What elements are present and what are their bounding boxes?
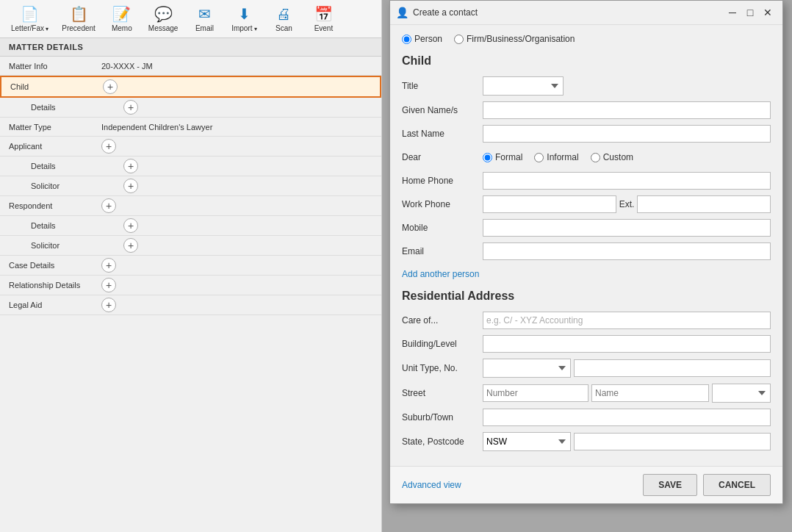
dialog-overlay: 👤 Create a contact ─ □ ✕ Person Firm/Bus… xyxy=(382,0,792,532)
given-names-input[interactable] xyxy=(483,101,771,119)
mobile-input[interactable] xyxy=(483,219,771,237)
state-label: State, Postcode xyxy=(402,436,483,447)
left-panel: 📄 Letter/Fax 📋 Precedent 📝 Memo 💬 Messag… xyxy=(0,0,382,532)
matter-add-btn-7[interactable]: + xyxy=(101,198,116,213)
suburb-input[interactable] xyxy=(483,409,771,426)
toolbar-item-message[interactable]: 💬 Message xyxy=(143,1,184,36)
suburb-label: Suburb/Town xyxy=(402,412,483,423)
custom-radio[interactable] xyxy=(591,153,600,162)
toolbar-item-scan[interactable]: 🖨 Scan xyxy=(265,2,302,36)
close-button[interactable]: ✕ xyxy=(759,5,777,20)
matter-label-0: Matter Info xyxy=(0,59,96,73)
save-button[interactable]: SAVE xyxy=(643,474,697,496)
matter-label-11: Relationship Details xyxy=(0,278,96,292)
email-icon: ✉ xyxy=(198,5,211,23)
toolbar-item-event[interactable]: 📅 Event xyxy=(305,1,342,36)
phone-ext-row: Ext. xyxy=(483,195,771,213)
matter-add-btn-11[interactable]: + xyxy=(101,278,116,292)
home-phone-row: Home Phone xyxy=(402,172,771,190)
state-inputs: NSW VIC QLD WA SA TAS ACT NT xyxy=(483,432,771,451)
toolbar-item-email[interactable]: ✉ Email xyxy=(186,1,223,36)
advanced-view-link[interactable]: Advanced view xyxy=(402,480,461,490)
building-label: Building/Level xyxy=(402,339,483,349)
precedent-icon: 📋 xyxy=(70,5,88,23)
last-name-input[interactable] xyxy=(483,125,771,143)
matter-add-btn-9[interactable]: + xyxy=(123,238,138,253)
message-label: Message xyxy=(148,24,179,32)
work-phone-input[interactable] xyxy=(483,195,616,213)
custom-label: Custom xyxy=(603,152,633,162)
matter-add-btn-6[interactable]: + xyxy=(123,179,138,193)
care-of-input[interactable] xyxy=(483,312,771,329)
informal-radio[interactable] xyxy=(534,153,544,162)
street-suffix-select[interactable]: St Ave Rd Dr Blvd Ct Pl xyxy=(712,384,771,403)
matter-row: Matter Info 20-XXXX - JM xyxy=(0,57,381,76)
ext-input[interactable] xyxy=(637,195,771,213)
matter-value-0: 20-XXXX - JM xyxy=(96,59,381,73)
matter-row: Details + xyxy=(0,98,381,118)
custom-radio-label[interactable]: Custom xyxy=(591,152,633,162)
matter-label-6: Solicitor xyxy=(22,179,118,193)
home-phone-input[interactable] xyxy=(483,172,771,190)
street-name-input[interactable] xyxy=(591,384,709,402)
toolbar-item-precedent[interactable]: 📋 Precedent xyxy=(57,1,101,36)
email-label: Email xyxy=(195,24,214,32)
matter-label-4: Applicant xyxy=(0,139,96,154)
toolbar-item-letter-fax[interactable]: 📄 Letter/Fax xyxy=(6,1,54,36)
matter-label-8: Details xyxy=(22,218,118,233)
import-label: Import xyxy=(231,24,257,32)
matter-label-2: Details xyxy=(22,100,118,115)
toolbar-item-memo[interactable]: 📝 Memo xyxy=(104,1,140,36)
informal-radio-label[interactable]: Informal xyxy=(534,152,578,162)
dialog-title: Create a contact xyxy=(413,7,724,18)
matter-row: Relationship Details + xyxy=(0,276,381,295)
matter-row: Solicitor + xyxy=(0,176,381,196)
person-radio-label[interactable]: Person xyxy=(402,34,442,44)
firm-label: Firm/Business/Organisation xyxy=(467,34,575,44)
add-person-link[interactable]: Add another person xyxy=(402,269,479,279)
matter-value-3: Independent Children's Lawyer xyxy=(96,120,381,134)
firm-radio[interactable] xyxy=(454,35,464,44)
person-label: Person xyxy=(414,34,442,44)
toolbar-item-import[interactable]: ⬇ Import xyxy=(226,1,262,36)
email-input[interactable] xyxy=(483,242,771,260)
matter-header: MATTER DETAILS xyxy=(0,38,381,57)
building-input[interactable] xyxy=(483,335,771,353)
unit-type-select[interactable]: Unit Apt Suite Level Shop xyxy=(483,359,571,378)
matter-add-btn-1[interactable]: + xyxy=(103,79,118,94)
matter-add-btn-8[interactable]: + xyxy=(123,218,138,233)
email-label: Email xyxy=(402,246,483,256)
person-radio[interactable] xyxy=(402,35,411,44)
unit-type-row: Unit Type, No. Unit Apt Suite Level Shop xyxy=(402,359,771,378)
unit-number-input[interactable] xyxy=(574,359,771,377)
minimize-button[interactable]: ─ xyxy=(724,5,741,20)
firm-radio-label[interactable]: Firm/Business/Organisation xyxy=(454,34,575,44)
matter-add-btn-4[interactable]: + xyxy=(101,139,116,154)
matter-label-7: Respondent xyxy=(0,198,96,213)
matter-add-btn-10[interactable]: + xyxy=(101,258,116,273)
dear-row: Dear Formal Informal Custom xyxy=(402,148,771,166)
create-contact-dialog: 👤 Create a contact ─ □ ✕ Person Firm/Bus… xyxy=(389,0,783,504)
formal-radio[interactable] xyxy=(483,153,492,162)
message-icon: 💬 xyxy=(154,5,173,23)
maximize-button[interactable]: □ xyxy=(741,5,759,20)
street-row: Street St Ave Rd Dr Blvd Ct Pl xyxy=(402,384,771,403)
state-row: State, Postcode NSW VIC QLD WA SA TAS AC… xyxy=(402,432,771,451)
street-number-input[interactable] xyxy=(483,384,588,402)
work-phone-label: Work Phone xyxy=(402,199,483,209)
formal-label: Formal xyxy=(495,152,522,162)
unit-type-label: Unit Type, No. xyxy=(402,363,483,373)
dialog-titlebar: 👤 Create a contact ─ □ ✕ xyxy=(390,1,782,25)
title-select[interactable]: Mr Mrs Ms Miss Dr Prof xyxy=(483,76,564,96)
matter-label-12: Legal Aid xyxy=(0,298,96,312)
cancel-button[interactable]: CANCEL xyxy=(703,474,771,496)
home-phone-label: Home Phone xyxy=(402,176,483,186)
matter-add-btn-5[interactable]: + xyxy=(123,159,138,173)
matter-add-btn-2[interactable]: + xyxy=(123,100,138,115)
matter-add-btn-12[interactable]: + xyxy=(101,298,116,312)
state-select[interactable]: NSW VIC QLD WA SA TAS ACT NT xyxy=(483,432,571,451)
postcode-input[interactable] xyxy=(574,433,771,450)
memo-label: Memo xyxy=(112,24,132,32)
formal-radio-label[interactable]: Formal xyxy=(483,152,522,162)
contact-type-group: Person Firm/Business/Organisation xyxy=(402,34,771,44)
